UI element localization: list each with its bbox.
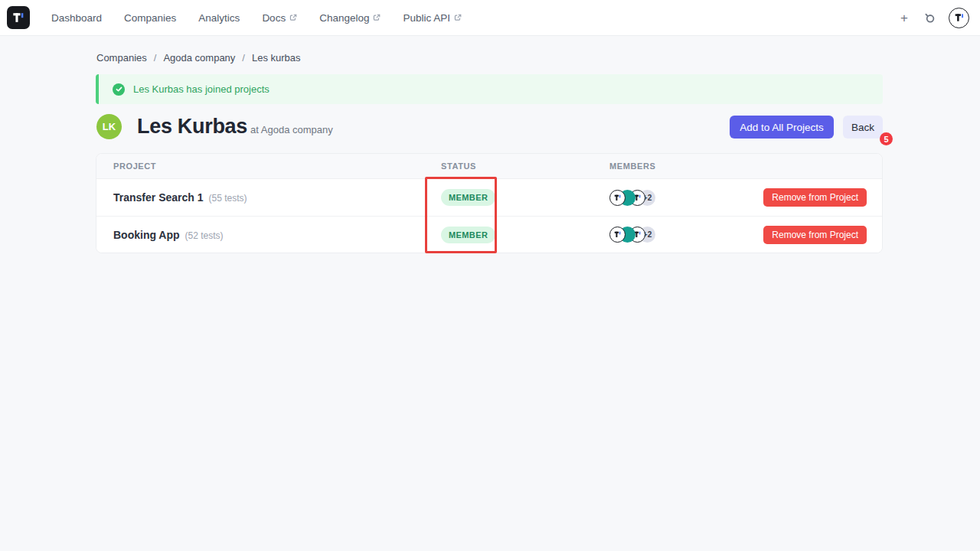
page-content: Companies / Agoda company / Les kurbas L… (0, 36, 980, 551)
status-badge: MEMBER (441, 227, 495, 243)
app-logo-icon (11, 10, 26, 25)
table-row: Transfer Search 1(55 tests) MEMBER +2 Re… (96, 179, 882, 216)
nav-item-label: Changelog (319, 12, 369, 24)
breadcrumb-les-kurbas[interactable]: Les kurbas (252, 52, 301, 64)
add-to-all-projects-button[interactable]: Add to All Projects (730, 116, 834, 139)
nav-item-label: Public API (403, 12, 450, 24)
nav-item-companies[interactable]: Companies (124, 12, 176, 24)
nav-item-docs[interactable]: Docs (262, 12, 297, 24)
external-link-icon (373, 14, 381, 21)
remove-from-project-button[interactable]: Remove from Project (763, 188, 867, 207)
nav-links: Dashboard Companies Analytics Docs Chang… (51, 12, 462, 24)
members-avatar-stack[interactable]: +2 (609, 227, 763, 243)
company-suffix: at Agoda company (250, 124, 333, 135)
nav-item-analytics[interactable]: Analytics (198, 12, 240, 24)
banner-message: Les Kurbas has joined projects (133, 83, 270, 95)
avatar: LK (96, 114, 122, 139)
breadcrumb-companies[interactable]: Companies (96, 52, 147, 64)
project-cell: Transfer Search 1(55 tests) (113, 191, 441, 204)
check-circle-icon (113, 83, 125, 96)
status-cell: MEMBER (441, 189, 609, 206)
success-banner: Les Kurbas has joined projects (96, 74, 883, 104)
nav-item-label: Analytics (198, 12, 240, 24)
plus-icon[interactable]: + (897, 10, 911, 26)
member-avatar-logo (609, 227, 626, 243)
external-link-icon (454, 14, 462, 21)
external-link-icon (289, 14, 297, 21)
breadcrumb-separator: / (242, 52, 245, 64)
member-avatar-logo (609, 190, 626, 206)
nav-item-label: Dashboard (51, 12, 102, 24)
breadcrumb-agoda-company[interactable]: Agoda company (163, 52, 235, 64)
members-avatar-stack[interactable]: +2 (609, 190, 763, 206)
column-header-members: MEMBERS (609, 161, 867, 171)
column-header-project: PROJECT (113, 161, 441, 171)
search-icon[interactable] (923, 11, 936, 24)
profile-header: LK Les Kurbasat Agoda company (96, 114, 333, 139)
status-cell: MEMBER (441, 227, 609, 243)
page-title: Les Kurbasat Agoda company (137, 115, 333, 139)
user-avatar[interactable] (949, 8, 969, 28)
nav-item-label: Companies (124, 12, 176, 24)
user-name: Les Kurbas (137, 115, 247, 138)
top-navigation: Dashboard Companies Analytics Docs Chang… (0, 0, 980, 36)
table-header-row: PROJECT STATUS MEMBERS (96, 154, 882, 179)
status-badge: MEMBER (441, 189, 495, 206)
project-cell: Booking App(52 tests) (113, 228, 441, 242)
project-tests-count: (52 tests) (185, 230, 224, 241)
project-tests-count: (55 tests) (209, 193, 247, 204)
notification-badge: 5 (880, 132, 893, 145)
nav-item-changelog[interactable]: Changelog (319, 12, 381, 24)
breadcrumb-separator: / (154, 52, 157, 64)
nav-item-dashboard[interactable]: Dashboard (51, 12, 102, 24)
nav-right-actions: + (897, 8, 969, 28)
user-avatar-logo-icon (953, 11, 965, 24)
column-header-status: STATUS (441, 161, 609, 171)
project-name-link[interactable]: Transfer Search 1 (113, 191, 204, 204)
app-logo[interactable] (7, 6, 30, 29)
remove-from-project-button[interactable]: Remove from Project (763, 226, 867, 244)
projects-table: PROJECT STATUS MEMBERS Transfer Search 1… (96, 153, 883, 253)
breadcrumb: Companies / Agoda company / Les kurbas (96, 52, 301, 64)
nav-item-public-api[interactable]: Public API (403, 12, 462, 24)
project-name-link[interactable]: Booking App (113, 229, 180, 241)
back-button[interactable]: Back (843, 116, 883, 139)
nav-item-label: Docs (262, 12, 286, 24)
table-row: Booking App(52 tests) MEMBER +2 Remove f… (96, 216, 882, 253)
